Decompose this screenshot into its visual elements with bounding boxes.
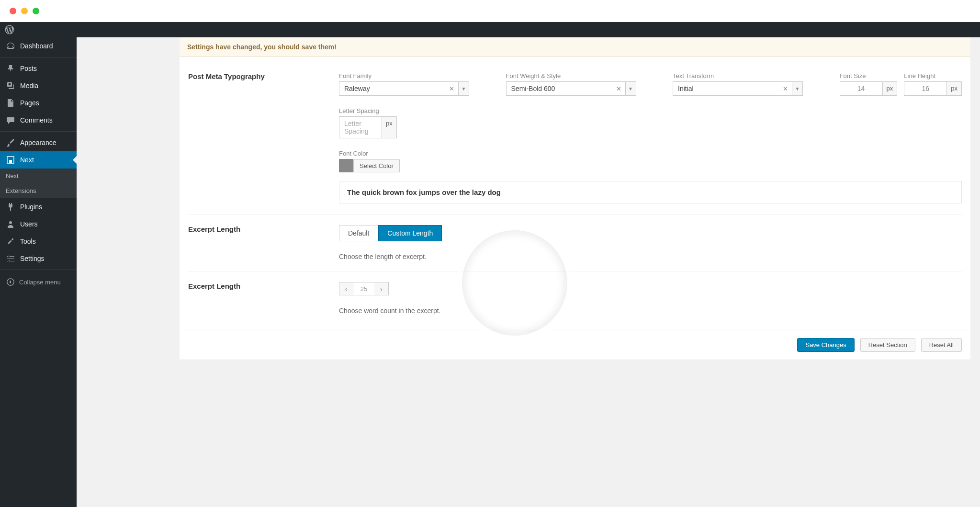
svg-rect-1: [9, 160, 12, 163]
plug-icon: [6, 202, 15, 212]
text-transform-label: Text Transform: [673, 72, 833, 79]
sidebar-item-appearance[interactable]: Appearance: [0, 134, 77, 151]
clear-icon[interactable]: ✕: [783, 85, 788, 92]
save-changes-button[interactable]: Save Changes: [797, 338, 854, 352]
excerpt-custom-button[interactable]: Custom Length: [378, 225, 442, 241]
sidebar-item-users[interactable]: Users: [0, 215, 77, 233]
font-preview: The quick brown fox jumps over the lazy …: [339, 181, 962, 203]
font-weight-label: Font Weight & Style: [506, 72, 666, 79]
window-chrome: [0, 0, 980, 22]
font-family-select[interactable]: Raleway✕ ▼: [339, 81, 499, 96]
sidebar-item-label: Tools: [20, 237, 36, 245]
font-size-value: 14: [840, 81, 883, 96]
sidebar-item-label: Dashboard: [20, 42, 53, 50]
field-excerpt-length-value: Excerpt Length ‹ › Choose word count in …: [188, 271, 962, 325]
select-color-button[interactable]: Select Color: [353, 159, 400, 172]
sidebar-item-label: Pages: [20, 99, 39, 107]
sidebar-item-plugins[interactable]: Plugins: [0, 198, 77, 215]
dashboard-icon: [6, 41, 15, 51]
submenu-item-next[interactable]: Next: [0, 169, 77, 183]
wrench-icon: [6, 237, 15, 246]
sidebar-submenu: Next Extensions: [0, 169, 77, 198]
chevron-down-icon[interactable]: ▼: [626, 81, 636, 96]
submenu-item-extensions[interactable]: Extensions: [0, 183, 77, 198]
field-label: Post Meta Typography: [188, 72, 339, 203]
sidebar-item-comments[interactable]: Comments: [0, 112, 77, 129]
color-swatch: [339, 159, 353, 172]
excerpt-default-button[interactable]: Default: [339, 225, 378, 241]
collapse-icon: [6, 277, 15, 287]
font-family-label: Font Family: [339, 72, 499, 79]
sidebar-item-settings[interactable]: Settings: [0, 250, 77, 267]
close-window-button[interactable]: [10, 8, 16, 14]
line-height-value: 16: [904, 81, 947, 96]
comment-icon: [6, 115, 15, 125]
collapse-label: Collapse menu: [19, 279, 61, 286]
excerpt-length-spinner[interactable]: ‹ ›: [339, 282, 962, 295]
sidebar-item-dashboard[interactable]: Dashboard: [0, 37, 77, 55]
decrement-button[interactable]: ‹: [339, 282, 353, 295]
letter-spacing-placeholder: Letter Spacing: [339, 116, 382, 138]
line-height-label: Line Height: [904, 72, 962, 79]
media-icon: [6, 81, 15, 90]
brush-icon: [6, 138, 15, 147]
pin-icon: [6, 64, 15, 73]
sidebar-item-label: Comments: [20, 116, 53, 124]
settings-icon: [6, 254, 15, 263]
sidebar-item-label: Next: [20, 156, 34, 164]
font-color-picker[interactable]: Select Color: [339, 159, 400, 172]
admin-bar: [0, 22, 980, 37]
unit-label: px: [883, 81, 898, 96]
clear-icon[interactable]: ✕: [449, 85, 454, 92]
font-color-label: Font Color: [339, 150, 400, 157]
font-size-input[interactable]: 14 px: [840, 81, 898, 96]
field-label: Excerpt Length: [188, 225, 339, 260]
sidebar-item-pages[interactable]: Pages: [0, 94, 77, 112]
sidebar-item-tools[interactable]: Tools: [0, 233, 77, 250]
text-transform-select[interactable]: Initial✕ ▼: [673, 81, 833, 96]
letter-spacing-label: Letter Spacing: [339, 107, 397, 114]
reset-all-button[interactable]: Reset All: [921, 338, 962, 352]
sidebar-item-label: Media: [20, 82, 38, 90]
font-size-label: Font Size: [840, 72, 898, 79]
footer-actions: Save Changes Reset Section Reset All: [180, 330, 970, 360]
admin-sidebar: Dashboard Posts Media Pages Comments App…: [0, 37, 77, 507]
sidebar-item-label: Posts: [20, 65, 37, 72]
field-post-meta-typography: Post Meta Typography Font Family Raleway…: [188, 62, 962, 214]
users-icon: [6, 219, 15, 229]
line-height-input[interactable]: 16 px: [904, 81, 962, 96]
unit-label: px: [382, 116, 397, 138]
sidebar-item-label: Settings: [20, 255, 45, 262]
sidebar-item-label: Plugins: [20, 203, 42, 211]
increment-button[interactable]: ›: [374, 282, 389, 295]
help-text: Choose word count in the excerpt.: [339, 307, 962, 315]
next-theme-icon: [6, 155, 15, 165]
font-weight-value: Semi-Bold 600✕: [506, 81, 626, 96]
collapse-menu-button[interactable]: Collapse menu: [0, 272, 77, 292]
reset-section-button[interactable]: Reset Section: [860, 338, 915, 352]
pages-icon: [6, 98, 15, 108]
text-transform-value: Initial✕: [673, 81, 792, 96]
field-excerpt-length-mode: Excerpt Length Default Custom Length Cho…: [188, 214, 962, 271]
settings-changed-notice: Settings have changed, you should save t…: [180, 37, 970, 57]
field-label: Excerpt Length: [188, 282, 339, 315]
excerpt-length-input[interactable]: [353, 282, 374, 295]
font-family-value: Raleway✕: [339, 81, 459, 96]
maximize-window-button[interactable]: [33, 8, 39, 14]
chevron-down-icon[interactable]: ▼: [459, 81, 469, 96]
sidebar-item-media[interactable]: Media: [0, 77, 77, 94]
help-text: Choose the length of excerpt.: [339, 253, 962, 260]
sidebar-item-posts[interactable]: Posts: [0, 60, 77, 77]
minimize-window-button[interactable]: [21, 8, 28, 14]
sidebar-item-next[interactable]: Next: [0, 151, 77, 169]
letter-spacing-input[interactable]: Letter Spacing px: [339, 116, 397, 138]
sidebar-item-label: Appearance: [20, 139, 56, 146]
sidebar-item-label: Users: [20, 220, 38, 228]
excerpt-length-toggle: Default Custom Length: [339, 225, 962, 241]
unit-label: px: [947, 81, 962, 96]
wordpress-logo-icon[interactable]: [5, 25, 14, 34]
font-weight-select[interactable]: Semi-Bold 600✕ ▼: [506, 81, 666, 96]
chevron-down-icon[interactable]: ▼: [792, 81, 803, 96]
clear-icon[interactable]: ✕: [616, 85, 621, 92]
